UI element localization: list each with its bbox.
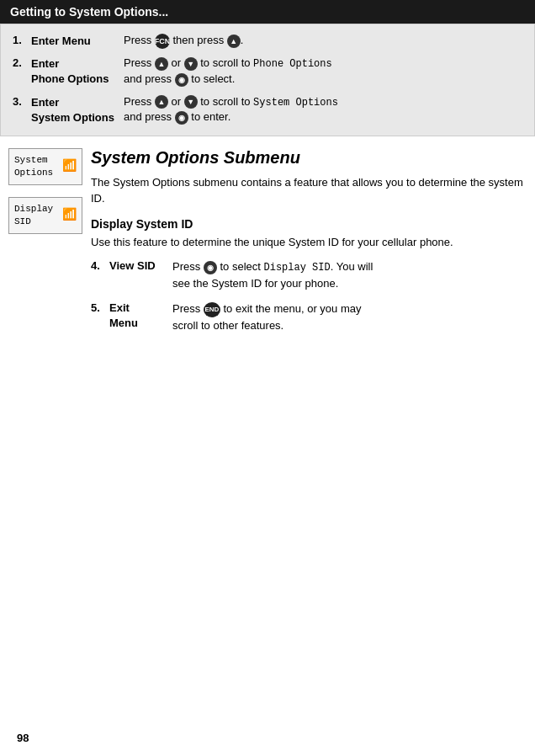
page-header: Getting to System Options... — [0, 0, 535, 24]
up-nav2-icon: ▲ — [155, 95, 168, 109]
left-column: System Options 📶 Display SID 📶 — [8, 148, 82, 342]
step-1-desc: Press FCN then press ▲. — [124, 33, 522, 49]
end-button-icon: END — [204, 302, 220, 317]
display-sid-label: Display SID — [263, 262, 330, 274]
step-1-num: 1. — [13, 33, 31, 46]
system-options-screen: System Options 📶 — [8, 148, 82, 185]
screen1-line1: System — [14, 155, 48, 165]
screen1-text: System Options — [14, 154, 53, 180]
step-2-num: 2. — [13, 56, 31, 69]
fcn-button-icon: FCN — [155, 34, 170, 49]
right-column: System Options Submenu The System Option… — [91, 148, 527, 342]
select-sid-icon: ◉ — [204, 261, 217, 274]
screen2-text: Display SID — [14, 203, 53, 229]
screen2-line2: SID — [14, 216, 31, 226]
system-options-label: System Options — [253, 97, 338, 109]
page-number: 98 — [17, 732, 29, 744]
getting-to-section: 1. Enter Menu Press FCN then press ▲. 2.… — [0, 24, 535, 136]
step-1-row: 1. Enter Menu Press FCN then press ▲. — [13, 33, 522, 49]
up-button-icon: ▲ — [227, 35, 241, 48]
step-4-num: 4. — [91, 258, 109, 272]
down-nav2-icon: ▼ — [184, 95, 198, 109]
screen1-line2: Options — [14, 168, 53, 178]
down-nav-icon: ▼ — [184, 57, 198, 71]
step-3-label: EnterSystem Options — [31, 94, 124, 125]
phone-options-label: Phone Options — [253, 58, 332, 70]
step-5-desc: Press END to exit the menu, or you may s… — [172, 301, 527, 333]
step-3-num: 3. — [13, 94, 31, 108]
step-5-num: 5. — [91, 301, 109, 314]
step-3-desc: Press ▲ or ▼ to scroll to System Options… — [124, 94, 522, 125]
screen2-icon: 📶 — [62, 207, 77, 224]
step-2-row: 2. EnterPhone Options Press ▲ or ▼ to sc… — [13, 56, 522, 87]
main-content: System Options 📶 Display SID 📶 System Op… — [0, 136, 535, 342]
section-title: System Options Submenu — [91, 148, 527, 168]
section-intro: The System Options submenu contains a fe… — [91, 174, 527, 207]
step-5-label: ExitMenu — [109, 301, 172, 331]
display-sid-screen: Display SID 📶 — [8, 197, 82, 234]
step-3-row: 3. EnterSystem Options Press ▲ or ▼ to s… — [13, 94, 522, 125]
subsection-title: Display System ID — [91, 217, 527, 231]
subsection-desc: Use this feature to determine the unique… — [91, 234, 527, 251]
step-2-desc: Press ▲ or ▼ to scroll to Phone Options … — [124, 56, 522, 87]
step-4-row: 4. View SID Press ◉ to select Display SI… — [91, 258, 527, 292]
select-button-icon: ◉ — [175, 73, 188, 87]
header-title: Getting to System Options... — [10, 5, 168, 19]
step-1-label: Enter Menu — [31, 33, 124, 49]
screen2-line1: Display — [14, 204, 53, 214]
up-nav-icon: ▲ — [155, 57, 168, 71]
enter-button-icon: ◉ — [175, 111, 188, 125]
step-5-row: 5. ExitMenu Press END to exit the menu, … — [91, 301, 527, 333]
step-2-label: EnterPhone Options — [31, 56, 124, 87]
step-4-label: View SID — [109, 258, 172, 274]
step-4-desc: Press ◉ to select Display SID. You will … — [172, 258, 527, 292]
screen1-icon: 📶 — [62, 158, 77, 175]
